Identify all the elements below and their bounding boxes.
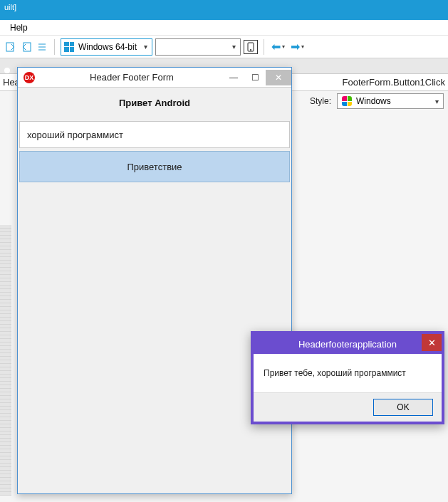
windows7-logo-icon <box>342 96 352 106</box>
nav-back-button[interactable]: ⬅▾ <box>270 40 286 53</box>
platform-label: Windows 64-bit <box>78 42 137 52</box>
dialog-close-button[interactable]: ✕ <box>422 334 442 351</box>
app-titlebar[interactable]: DX Header Footer Form — ☐ ✕ <box>18 68 291 88</box>
arrow-left-icon: ⬅ <box>271 40 281 53</box>
greet-button[interactable]: Приветствие <box>19 151 290 182</box>
minimize-icon: — <box>229 73 238 83</box>
app-body: Привет Android Приветствие <box>18 88 291 493</box>
toolbar-separator <box>264 39 264 55</box>
style-value: Windows <box>356 96 391 106</box>
chevron-down-icon: ▾ <box>282 43 285 50</box>
breadcrumb-right-fragment: FooterForm.Button1Click <box>343 77 449 88</box>
ide-titlebar-fragment: uilt] <box>0 0 448 20</box>
ide-title-fragment: uilt] <box>4 3 16 11</box>
name-input[interactable] <box>19 121 290 148</box>
app-title: Header Footer Form <box>41 72 223 83</box>
style-combo[interactable]: Windows ▾ <box>337 93 444 109</box>
dialog-footer: OK <box>254 393 442 422</box>
windows-logo-icon <box>64 42 74 52</box>
device-combo[interactable]: ▾ <box>155 38 241 56</box>
style-label: Style: <box>310 96 331 106</box>
nav-forward-button[interactable]: ➡▾ <box>289 40 306 53</box>
chevron-down-icon: ▾ <box>435 98 439 105</box>
close-button[interactable]: ✕ <box>266 70 291 85</box>
dialog-titlebar[interactable]: Headerfooterapplication ✕ <box>254 334 442 354</box>
menu-help[interactable]: Help <box>6 21 32 34</box>
message-dialog: Headerfooterapplication ✕ Привет тебе, х… <box>251 331 444 424</box>
app-icon: DX <box>24 72 35 83</box>
app-window: DX Header Footer Form — ☐ ✕ Привет Andro… <box>17 67 292 494</box>
platform-combo[interactable]: Windows 64-bit ▾ <box>61 38 152 56</box>
svg-rect-0 <box>6 43 14 51</box>
menu-bar: Help <box>0 20 448 36</box>
header-label: Привет Android <box>18 88 291 121</box>
toolbar-btn-3-icon[interactable] <box>36 41 48 53</box>
arrow-right-icon: ➡ <box>291 40 300 53</box>
tab-indicator-icon <box>4 68 10 73</box>
close-icon: ✕ <box>275 73 282 83</box>
maximize-icon: ☐ <box>251 73 259 83</box>
svg-point-3 <box>250 49 251 51</box>
minimize-button[interactable]: — <box>223 70 244 85</box>
chevron-down-icon: ▾ <box>232 43 236 51</box>
dialog-message: Привет тебе, хороший программист <box>254 354 442 393</box>
ok-button[interactable]: OK <box>373 399 433 416</box>
ruler <box>0 225 11 496</box>
toolbar-btn-1-icon[interactable] <box>4 41 17 53</box>
close-icon: ✕ <box>428 338 436 348</box>
maximize-button[interactable]: ☐ <box>244 70 266 85</box>
chevron-down-icon: ▾ <box>144 43 147 51</box>
svg-rect-1 <box>24 43 31 51</box>
toolbar: Windows 64-bit ▾ ▾ ⬅▾ ➡▾ <box>0 36 448 58</box>
chevron-down-icon: ▾ <box>301 43 304 50</box>
device-icon[interactable] <box>244 40 258 54</box>
dialog-title: Headerfooterapplication <box>298 339 397 350</box>
toolbar-separator <box>54 39 55 55</box>
toolbar-btn-2-icon[interactable] <box>20 41 33 53</box>
